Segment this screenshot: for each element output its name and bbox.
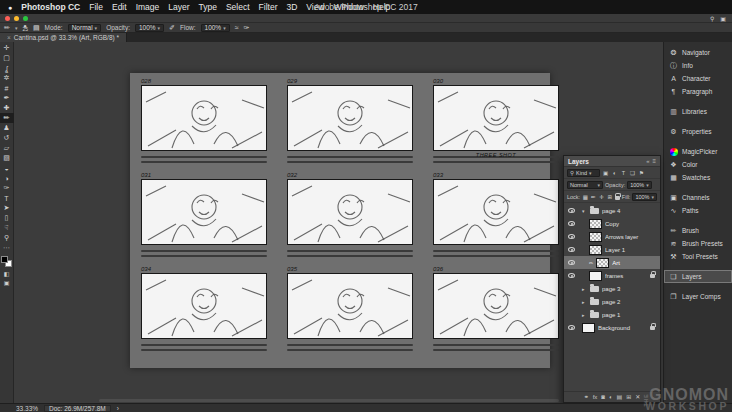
panel-frame[interactable] (141, 273, 267, 339)
panel-frame[interactable] (141, 179, 267, 245)
layer-visibility-eye-icon[interactable] (568, 273, 575, 278)
lock-artboard-icon[interactable]: ⊞ (607, 194, 613, 200)
app-menu[interactable]: Photoshop CC (21, 2, 80, 12)
quick-mask-button[interactable]: ◧ (0, 269, 14, 278)
menu-item[interactable]: Edit (112, 2, 127, 12)
panel-button-paragraph[interactable]: ¶ Paragraph (664, 85, 732, 98)
layer-row[interactable]: ▸ ✏ page 2 (564, 295, 660, 308)
opacity-select[interactable]: 100% ▾ (135, 24, 164, 32)
panel-frame[interactable] (141, 85, 267, 151)
workspace-switcher-icon[interactable]: ▣ (720, 15, 726, 22)
tool-preset-caret-icon[interactable]: ▾ (15, 25, 18, 31)
foreground-color-swatch[interactable] (1, 256, 8, 263)
menu-item[interactable]: Layer (168, 2, 189, 12)
layer-thumbnail[interactable] (596, 258, 609, 268)
filter-toggle-pin-icon[interactable]: ⚑ (638, 170, 645, 176)
layer-visibility-eye-icon[interactable] (568, 208, 575, 213)
gradient-tool[interactable]: ▨ (0, 153, 14, 163)
zoom-window-button[interactable] (23, 16, 28, 21)
close-window-button[interactable] (5, 16, 10, 21)
layer-thumbnail[interactable] (582, 323, 595, 333)
layer-row[interactable]: ✏ Art (564, 256, 660, 269)
panel-button-properties[interactable]: ⚙ Properties (664, 125, 732, 138)
layer-thumbnail[interactable] (589, 232, 602, 242)
layer-row[interactable]: ▸ ✏ page 3 (564, 282, 660, 295)
lasso-tool[interactable]: ʆ (0, 63, 14, 73)
add-layer-mask-button[interactable]: ◙ (601, 394, 605, 400)
filter-shape-layers-icon[interactable]: ❏ (629, 170, 636, 176)
screen-mode-button[interactable]: ▣ (0, 278, 14, 287)
layer-row[interactable]: ✏ Copy (564, 217, 660, 230)
minimize-window-button[interactable] (14, 16, 19, 21)
panel-button-paths[interactable]: ∿ Paths (664, 204, 732, 217)
airbrush-icon[interactable]: ≈ (235, 24, 239, 31)
panel-button-swatches[interactable]: ▦ Swatches (664, 171, 732, 184)
new-adjustment-layer-button[interactable]: ◐ (609, 394, 613, 400)
status-chevron-icon[interactable]: › (117, 405, 119, 412)
menu-item[interactable]: Select (226, 2, 250, 12)
path-selection-tool[interactable]: ➤ (0, 203, 14, 213)
panel-button-character[interactable]: A Character (664, 72, 732, 85)
collapse-panel-icon[interactable]: « (646, 158, 649, 164)
edit-toolbar-button[interactable]: ⋯ (0, 243, 14, 253)
foreground-background-swatches[interactable] (1, 256, 12, 267)
eyedropper-tool[interactable]: ✒ (0, 93, 14, 103)
layer-blend-mode-select[interactable]: Normal ▾ (567, 181, 603, 189)
brush-preset-picker[interactable]: ● 25 (22, 24, 28, 31)
filter-pixel-layers-icon[interactable]: ▣ (602, 170, 609, 176)
lock-all-icon[interactable] (615, 196, 620, 200)
layer-thumbnail[interactable] (589, 271, 602, 281)
menu-item[interactable]: File (89, 2, 103, 12)
group-expand-arrow-icon[interactable]: ▸ (582, 286, 587, 292)
layer-row[interactable]: ✏ Layer 1 (564, 243, 660, 256)
healing-brush-tool[interactable]: ✚ (0, 103, 14, 113)
hand-tool[interactable]: ☟ (0, 223, 14, 233)
move-tool[interactable]: ✛ (0, 43, 14, 53)
lock-pixels-icon[interactable]: ✏ (590, 194, 596, 200)
layer-visibility-eye-icon[interactable] (568, 260, 575, 265)
crop-tool[interactable]: # (0, 83, 14, 93)
layer-visibility-eye-icon[interactable] (568, 325, 575, 330)
zoom-tool[interactable]: ⚲ (0, 233, 14, 243)
layer-fill-select[interactable]: 100% ▾ (632, 193, 657, 201)
filter-adjustment-layers-icon[interactable]: ◐ (611, 170, 618, 176)
panel-button-libraries[interactable]: ▥ Libraries (664, 105, 732, 118)
layer-row[interactable]: ✏ Arrows layer (564, 230, 660, 243)
menu-item[interactable]: 3D (286, 2, 297, 12)
dodge-tool[interactable]: ◑ (0, 173, 14, 183)
panel-button-brush[interactable]: ✏ Brush (664, 224, 732, 237)
panel-button-magicpicker[interactable]: MagicPicker (664, 145, 732, 158)
new-group-button[interactable]: ▤ (617, 394, 623, 400)
pressure-opacity-icon[interactable]: ✐ (169, 24, 175, 32)
document-size-info[interactable]: Doc: 26.9M/257.8M (44, 405, 111, 412)
layer-visibility-eye-icon[interactable] (568, 247, 575, 252)
menu-item[interactable]: Type (199, 2, 217, 12)
filter-kind-select[interactable]: ⚲ Kind ▾ (567, 169, 600, 177)
panel-menu-icon[interactable]: ≡ (652, 158, 656, 164)
shape-tool[interactable]: ▯ (0, 213, 14, 223)
panel-button-layer-comps[interactable]: ❐ Layer Comps (664, 290, 732, 303)
history-brush-tool[interactable]: ↺ (0, 133, 14, 143)
blur-tool[interactable]: ◒ (0, 163, 14, 173)
apple-menu-icon[interactable]: ● (8, 4, 12, 11)
layer-visibility-eye-icon[interactable] (568, 221, 575, 226)
panel-button-channels[interactable]: ▣ Channels (664, 191, 732, 204)
layer-thumbnail[interactable] (589, 245, 602, 255)
pen-tool[interactable]: ✑ (0, 183, 14, 193)
panel-button-brush-presets[interactable]: ≋ Brush Presets (664, 237, 732, 250)
group-expand-arrow-icon[interactable]: ▾ (582, 208, 587, 214)
panel-frame[interactable] (287, 179, 413, 245)
layer-thumbnail[interactable] (589, 219, 602, 229)
document-tab[interactable]: × Cantina.psd @ 33.3% (Art, RGB/8) * (0, 33, 127, 42)
lock-position-icon[interactable]: ✛ (599, 194, 605, 200)
group-expand-arrow-icon[interactable]: ▸ (582, 299, 587, 305)
new-layer-button[interactable]: ⊞ (626, 394, 631, 400)
layer-opacity-select[interactable]: 100% ▾ (627, 181, 652, 189)
active-tool-icon[interactable]: ✏ (4, 24, 10, 32)
panel-button-navigator[interactable]: ❂ Navigator (664, 46, 732, 59)
layer-row[interactable]: ▸ ✏ page 1 (564, 308, 660, 321)
blend-mode-select[interactable]: Normal ▾ (68, 24, 101, 32)
layer-visibility-eye-icon[interactable] (568, 234, 575, 239)
marquee-tool[interactable]: ▢ (0, 53, 14, 63)
link-layers-button[interactable]: ⚭ (584, 394, 589, 400)
